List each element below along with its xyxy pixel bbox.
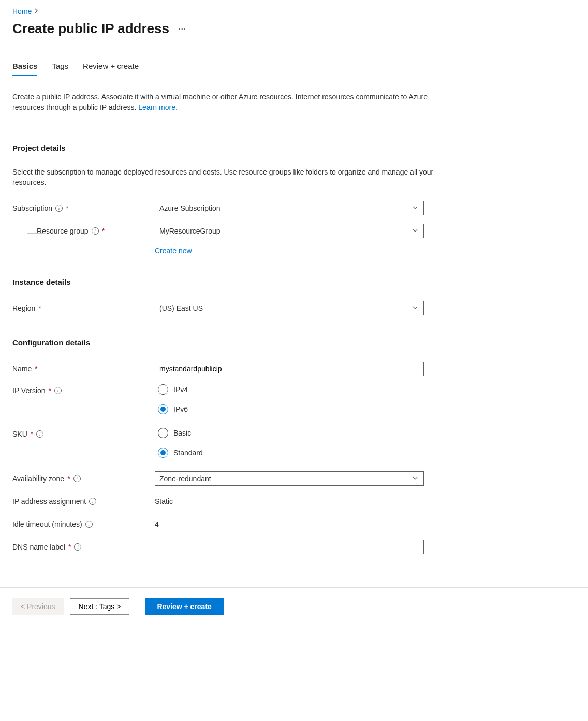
sku-standard-radio[interactable]: Standard [158, 448, 424, 458]
ipv6-label: IPv6 [173, 405, 188, 413]
tree-connector-icon [27, 222, 45, 234]
dns-name-label: DNS name label * i [12, 543, 155, 551]
info-icon[interactable]: i [89, 498, 96, 505]
tab-review-create[interactable]: Review + create [83, 62, 139, 76]
radio-unselected-icon [158, 428, 168, 438]
footer-bar: < Previous Next : Tags > Review + create [0, 587, 588, 625]
info-icon[interactable]: i [92, 227, 99, 235]
ip-assignment-value: Static [155, 497, 424, 506]
tabs: Basics Tags Review + create [12, 62, 576, 76]
subscription-value: Azure Subscription [159, 204, 220, 212]
tab-tags[interactable]: Tags [52, 62, 68, 76]
page-title: Create public IP address [12, 21, 169, 37]
idle-timeout-label-text: Idle timeout (minutes) [12, 520, 82, 528]
sku-basic-label: Basic [173, 429, 191, 437]
create-new-resource-group-link[interactable]: Create new [155, 247, 576, 255]
previous-button: < Previous [12, 598, 64, 615]
next-tags-button[interactable]: Next : Tags > [70, 598, 130, 615]
info-icon[interactable]: i [55, 205, 63, 212]
region-value: (US) East US [159, 304, 203, 312]
chevron-down-icon [412, 204, 418, 212]
name-label: Name * [12, 365, 155, 373]
radio-selected-icon [158, 448, 168, 458]
resource-group-dropdown[interactable]: MyResourceGroup [155, 224, 424, 238]
ip-assignment-label: IP address assignment i [12, 497, 155, 506]
idle-timeout-value: 4 [155, 520, 424, 528]
availability-zone-dropdown[interactable]: Zone-redundant [155, 471, 424, 486]
dns-name-input-wrap [155, 540, 424, 554]
intro-description-text: Create a public IP address. Associate it… [12, 93, 428, 111]
sku-basic-radio[interactable]: Basic [158, 428, 424, 438]
instance-details-header: Instance details [12, 278, 576, 286]
chevron-right-icon [35, 8, 39, 15]
configuration-details-header: Configuration details [12, 338, 576, 347]
more-actions-button[interactable]: ··· [179, 25, 186, 33]
subscription-label-text: Subscription [12, 204, 52, 212]
info-icon[interactable]: i [74, 475, 81, 482]
required-asterisk: * [35, 365, 37, 373]
ipv4-label: IPv4 [173, 385, 188, 394]
resource-group-value: MyResourceGroup [159, 227, 220, 235]
availability-zone-value: Zone-redundant [159, 474, 211, 483]
required-asterisk: * [68, 543, 71, 551]
dns-name-input[interactable] [159, 543, 419, 551]
review-create-button[interactable]: Review + create [145, 598, 223, 615]
name-label-text: Name [12, 365, 32, 373]
project-details-desc: Select the subscription to manage deploy… [12, 167, 437, 188]
project-details-header: Project details [12, 143, 576, 152]
dns-name-label-text: DNS name label [12, 543, 65, 551]
subscription-dropdown[interactable]: Azure Subscription [155, 201, 424, 215]
info-icon[interactable]: i [85, 521, 93, 528]
sku-label: SKU * i [12, 428, 155, 438]
required-asterisk: * [67, 474, 70, 483]
region-label: Region * [12, 304, 155, 312]
required-asterisk: * [31, 430, 33, 438]
subscription-label: Subscription i * [12, 204, 155, 212]
required-asterisk: * [38, 304, 41, 312]
required-asterisk: * [49, 386, 51, 395]
chevron-down-icon [412, 474, 418, 483]
required-asterisk: * [102, 227, 105, 235]
ip-version-label: IP Version * i [12, 384, 155, 395]
ip-version-ipv6-radio[interactable]: IPv6 [158, 404, 424, 414]
breadcrumb: Home [12, 7, 576, 16]
sku-standard-label: Standard [173, 449, 203, 457]
chevron-down-icon [412, 227, 418, 235]
availability-zone-label: Availability zone * i [12, 474, 155, 483]
info-icon[interactable]: i [36, 430, 43, 438]
availability-zone-label-text: Availability zone [12, 474, 64, 483]
region-dropdown[interactable]: (US) East US [155, 301, 424, 315]
info-icon[interactable]: i [54, 387, 62, 394]
tab-basics[interactable]: Basics [12, 62, 37, 76]
ip-assignment-label-text: IP address assignment [12, 497, 86, 506]
idle-timeout-label: Idle timeout (minutes) i [12, 520, 155, 528]
radio-selected-icon [158, 404, 168, 414]
info-icon[interactable]: i [74, 543, 81, 551]
breadcrumb-home-link[interactable]: Home [12, 7, 32, 16]
sku-label-text: SKU [12, 430, 27, 438]
intro-description: Create a public IP address. Associate it… [12, 92, 437, 112]
learn-more-link[interactable]: Learn more. [138, 103, 177, 111]
region-label-text: Region [12, 304, 35, 312]
ip-version-ipv4-radio[interactable]: IPv4 [158, 384, 424, 395]
name-input-wrap [155, 362, 424, 376]
name-input[interactable] [159, 365, 419, 373]
required-asterisk: * [66, 204, 68, 212]
ip-version-label-text: IP Version [12, 386, 46, 395]
radio-unselected-icon [158, 384, 168, 395]
chevron-down-icon [412, 304, 418, 312]
